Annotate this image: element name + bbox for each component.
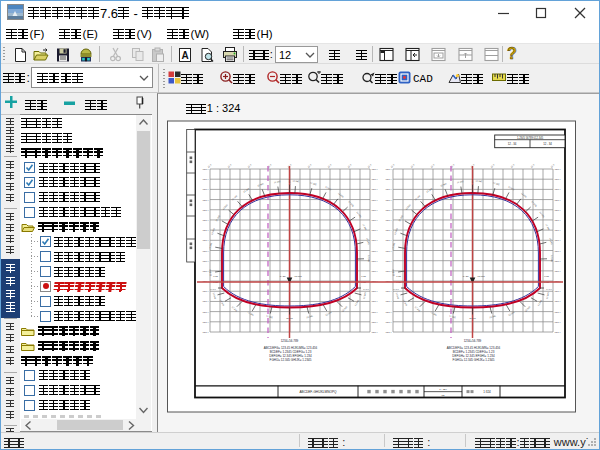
svg-text:12.345: 12.345 xyxy=(469,317,476,319)
svg-text:123.4: 123.4 xyxy=(372,260,379,263)
svg-text:123.4: 123.4 xyxy=(203,168,210,171)
svg-text:123.4: 123.4 xyxy=(386,331,393,334)
svg-text:123.4: 123.4 xyxy=(203,178,210,181)
svg-text:123.4: 123.4 xyxy=(555,209,562,212)
svg-text:123.4: 123.4 xyxy=(386,188,393,191)
svg-text:123.4: 123.4 xyxy=(372,219,379,222)
svg-text:123.4: 123.4 xyxy=(372,209,379,212)
svg-text:123.4: 123.4 xyxy=(555,331,562,334)
svg-text:12.345: 12.345 xyxy=(368,255,370,263)
svg-text:1+23: 1+23 xyxy=(280,275,286,278)
svg-text:123.4: 123.4 xyxy=(203,209,210,212)
svg-text:123.4: 123.4 xyxy=(386,300,393,303)
svg-text:123.4: 123.4 xyxy=(203,300,210,303)
svg-text:123.4: 123.4 xyxy=(203,229,210,232)
svg-text:12.345: 12.345 xyxy=(551,255,553,263)
svg-text:123.4: 123.4 xyxy=(555,239,562,242)
svg-text:123.4: 123.4 xyxy=(203,219,210,222)
svg-text:123.4: 123.4 xyxy=(203,188,210,191)
svg-text:FGHIJ= 12.345 GHIJK= 1.2345: FGHIJ= 12.345 GHIJK= 1.2345 xyxy=(453,358,495,362)
svg-text:123.4: 123.4 xyxy=(203,321,210,324)
svg-text:123.4: 123.4 xyxy=(372,168,379,171)
svg-text:123.4: 123.4 xyxy=(386,229,393,232)
svg-text:123.4: 123.4 xyxy=(372,239,379,242)
svg-text:123.4: 123.4 xyxy=(372,178,379,181)
svg-text:123.4: 123.4 xyxy=(555,168,562,171)
svg-text:123.4: 123.4 xyxy=(203,311,210,314)
svg-text:1.23: 1.23 xyxy=(396,275,401,277)
svg-text:123.4: 123.4 xyxy=(372,300,379,303)
svg-text:1+1.0: 1+1.0 xyxy=(210,288,216,290)
svg-text:FGHIJ= 12.345 GHIJK= 1.2345: FGHIJ= 12.345 GHIJK= 1.2345 xyxy=(270,358,312,362)
svg-text:123.4: 123.4 xyxy=(372,250,379,253)
svg-text:1 : 324: 1 : 324 xyxy=(439,388,447,391)
svg-text:123.4: 123.4 xyxy=(386,168,393,171)
svg-text:1234+56.789: 1234+56.789 xyxy=(464,339,482,343)
svg-text:1+1.0: 1+1.0 xyxy=(546,288,552,290)
svg-text:ABCDEF-GHIJKLMNOPQ: ABCDEF-GHIJKLMNOPQ xyxy=(299,390,337,394)
svg-text:1.23: 1.23 xyxy=(544,275,549,277)
svg-text:123.4: 123.4 xyxy=(555,260,562,263)
svg-text:123.4: 123.4 xyxy=(386,311,393,314)
svg-text:123.4: 123.4 xyxy=(372,290,379,293)
svg-text:123.4: 123.4 xyxy=(372,188,379,191)
svg-text:1234+56.789: 1234+56.789 xyxy=(281,339,299,343)
svg-text:123.4: 123.4 xyxy=(555,178,562,181)
svg-text:123.4: 123.4 xyxy=(555,290,562,293)
svg-text:1+23: 1+23 xyxy=(463,275,469,278)
svg-text:123.4: 123.4 xyxy=(372,321,379,324)
svg-text:123.4: 123.4 xyxy=(555,229,562,232)
svg-text:12 - 34: 12 - 34 xyxy=(508,142,517,146)
svg-text:123.4: 123.4 xyxy=(386,321,393,324)
svg-text:45.678: 45.678 xyxy=(294,275,302,278)
svg-text:1+1.0: 1+1.0 xyxy=(363,288,369,290)
svg-text:123.4: 123.4 xyxy=(555,199,562,202)
svg-text:123.4: 123.4 xyxy=(372,199,379,202)
svg-text:123.4: 123.4 xyxy=(203,290,210,293)
svg-text:123.4: 123.4 xyxy=(203,260,210,263)
svg-text:123.4: 123.4 xyxy=(372,270,379,273)
svg-text:123.4: 123.4 xyxy=(386,290,393,293)
svg-text:123.4: 123.4 xyxy=(555,219,562,222)
svg-text:1:324: 1:324 xyxy=(483,390,491,394)
svg-text:1.23: 1.23 xyxy=(361,275,366,277)
svg-text:123.4: 123.4 xyxy=(555,321,562,324)
svg-text:12.345: 12.345 xyxy=(286,317,293,319)
svg-text:123.4: 123.4 xyxy=(203,331,210,334)
svg-text:123.4: 123.4 xyxy=(555,188,562,191)
svg-text:1.234: 1.234 xyxy=(471,178,474,185)
svg-text:123.4: 123.4 xyxy=(386,178,393,181)
svg-text:123.4: 123.4 xyxy=(372,331,379,334)
svg-text:1-2345 56789 012-345: 1-2345 56789 012-345 xyxy=(517,136,544,140)
svg-text:?: ? xyxy=(507,45,517,62)
svg-text:A: A xyxy=(181,50,188,61)
svg-text:1.23: 1.23 xyxy=(213,275,218,277)
svg-text:123.4: 123.4 xyxy=(386,209,393,212)
svg-text:123.4: 123.4 xyxy=(203,199,210,202)
svg-text:123.4: 123.4 xyxy=(555,300,562,303)
svg-text:123.4: 123.4 xyxy=(386,239,393,242)
svg-text:1+1.0: 1+1.0 xyxy=(393,288,399,290)
svg-text:1.234: 1.234 xyxy=(288,178,291,185)
svg-text:123.4: 123.4 xyxy=(203,239,210,242)
svg-text:123.4: 123.4 xyxy=(555,311,562,314)
svg-text:45.678: 45.678 xyxy=(477,275,485,278)
svg-text:123.4: 123.4 xyxy=(372,229,379,232)
svg-text:123.4: 123.4 xyxy=(386,199,393,202)
svg-text:123.4: 123.4 xyxy=(555,270,562,273)
svg-text:123.4: 123.4 xyxy=(386,219,393,222)
svg-text:123.4: 123.4 xyxy=(386,260,393,263)
svg-text:12 - 34: 12 - 34 xyxy=(543,142,552,146)
svg-text:123.4: 123.4 xyxy=(555,250,562,253)
svg-text:123.4: 123.4 xyxy=(372,311,379,314)
